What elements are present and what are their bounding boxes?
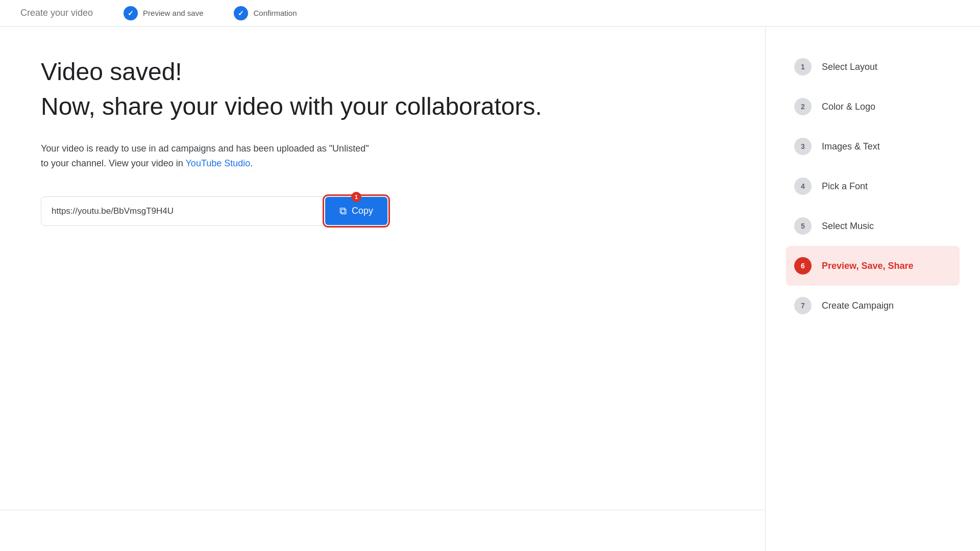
center-panel: Video saved! Now, share your video with … (0, 27, 766, 551)
sidebar-step-1[interactable]: 1 Select Layout (786, 47, 960, 87)
sidebar-step-2-number: 2 (794, 98, 812, 115)
sidebar-step-3-label: Images & Text (822, 141, 880, 152)
description-part1: Your video is ready to use in ad campaig… (41, 143, 369, 154)
copy-button-label: Copy (352, 206, 373, 216)
sidebar-step-6[interactable]: 6 Preview, Save, Share (786, 246, 960, 286)
sidebar-step-2-label: Color & Logo (822, 102, 875, 112)
sidebar-step-7[interactable]: 7 Create Campaign (786, 286, 960, 325)
sidebar-step-4-number: 4 (794, 178, 812, 195)
nav-step-confirmation-label: Confirmation (253, 9, 297, 17)
copy-icon: ⧉ (339, 205, 347, 217)
sidebar-step-7-number: 7 (794, 297, 812, 314)
nav-step-preview: Preview and save (124, 6, 203, 20)
copy-badge: 1 (351, 192, 361, 202)
sidebar-step-6-label: Preview, Save, Share (822, 261, 913, 271)
description-part3: . (250, 158, 253, 168)
sidebar-step-7-label: Create Campaign (822, 300, 894, 311)
sidebar-step-5-label: Select Music (822, 221, 874, 232)
sidebar-step-1-label: Select Layout (822, 62, 877, 72)
nav-step-create-label: Create your video (20, 8, 93, 18)
description-text: Your video is ready to use in ad campaig… (41, 141, 500, 171)
right-sidebar: 1 Select Layout 2 Color & Logo 3 Images … (766, 27, 980, 551)
sidebar-step-1-number: 1 (794, 58, 812, 76)
sidebar-step-4-label: Pick a Font (822, 181, 868, 192)
main-content: Video saved! Now, share your video with … (0, 27, 980, 551)
copy-button-wrapper: 1 ⧉ Copy (325, 197, 387, 225)
sidebar-step-2[interactable]: 2 Color & Logo (786, 87, 960, 127)
sidebar-step-6-number: 6 (794, 257, 812, 274)
heading-share: Now, share your video with your collabor… (41, 92, 724, 121)
bottom-divider (0, 510, 766, 510)
sidebar-step-3-number: 3 (794, 138, 812, 155)
nav-step-confirmation-circle (234, 6, 248, 20)
description-part2: to your channel. View your video in (41, 158, 186, 168)
nav-step-create: Create your video (20, 8, 93, 18)
heading-video-saved: Video saved! (41, 57, 724, 87)
nav-step-confirmation: Confirmation (234, 6, 297, 20)
nav-step-preview-circle (124, 6, 138, 20)
sidebar-step-5-number: 5 (794, 217, 812, 235)
sidebar-step-4[interactable]: 4 Pick a Font (786, 166, 960, 206)
sidebar-step-5[interactable]: 5 Select Music (786, 206, 960, 246)
top-nav: Create your video Preview and save Confi… (0, 0, 980, 27)
sidebar-step-3[interactable]: 3 Images & Text (786, 127, 960, 166)
youtube-studio-link[interactable]: YouTube Studio (186, 158, 251, 168)
nav-step-preview-label: Preview and save (143, 9, 203, 17)
url-copy-row: 1 ⧉ Copy (41, 196, 388, 226)
video-url-input[interactable] (41, 197, 325, 226)
